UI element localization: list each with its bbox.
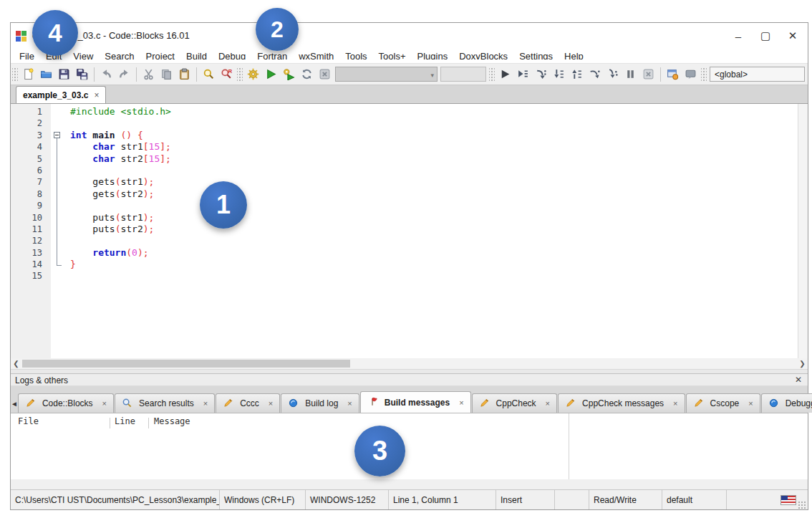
rebuild-button[interactable]	[298, 65, 316, 83]
editor-tab[interactable]: example_3_03.c ×	[16, 86, 106, 103]
fold-margin	[51, 104, 65, 358]
bubble-icon	[288, 398, 300, 410]
scroll-right-icon[interactable]: ❯	[797, 358, 808, 369]
vertical-scrollbar[interactable]	[798, 104, 808, 358]
paste-button[interactable]	[175, 65, 193, 83]
scrollbar-thumb[interactable]	[22, 360, 350, 368]
debugging-windows-button[interactable]	[664, 65, 682, 83]
step-into-instruction-button[interactable]	[604, 65, 622, 83]
tab-close-icon[interactable]: ×	[347, 399, 352, 408]
fold-marker[interactable]	[51, 130, 65, 141]
menu-item-tools[interactable]: Tools	[339, 49, 372, 59]
menu-item-help[interactable]: Help	[559, 49, 589, 59]
logs-tab-label: Search results	[139, 398, 194, 408]
tab-close-icon[interactable]: ×	[102, 399, 107, 408]
undo-button[interactable]	[97, 65, 115, 83]
build-run-icon	[283, 68, 295, 80]
open-file-button[interactable]	[37, 65, 55, 83]
menu-item-fortran[interactable]: Fortran	[251, 49, 293, 59]
menu-item-project[interactable]: Project	[140, 49, 180, 59]
new-file-icon	[22, 68, 34, 80]
logs-tab-build-messages[interactable]: Build messages×	[360, 391, 471, 413]
code-editor[interactable]: 123456789101112131415 #include <stdio.h>…	[11, 104, 808, 358]
save-all-button[interactable]	[73, 65, 91, 83]
next-line-icon	[535, 68, 547, 80]
logs-tab-cppcheck-messages[interactable]: CppCheck messages×	[558, 393, 685, 413]
code-line: char str2[15];	[65, 153, 798, 165]
menu-item-wxsmith[interactable]: wxSmith	[293, 49, 339, 59]
build-target-select[interactable]: ▾	[335, 67, 438, 82]
logs-tab-cscope[interactable]: Cscope×	[686, 393, 760, 413]
scroll-left-icon[interactable]: ❮	[11, 358, 21, 369]
menu-item-build[interactable]: Build	[180, 49, 213, 59]
menu-item-view[interactable]: View	[67, 49, 99, 59]
break-debugger-button[interactable]	[622, 65, 639, 83]
copy-button[interactable]	[158, 65, 175, 83]
next-instruction-button[interactable]	[586, 65, 604, 83]
line-number: 6	[11, 165, 51, 176]
tab-close-icon[interactable]: ×	[94, 90, 99, 100]
tab-close-icon[interactable]: ×	[673, 399, 677, 408]
code-area[interactable]: #include <stdio.h>int main () { char str…	[65, 104, 798, 358]
logs-close-icon[interactable]: ✕	[795, 375, 802, 385]
logs-tab-build-log[interactable]: Build log×	[281, 393, 359, 413]
line-number: 9	[11, 200, 51, 211]
step-into-button[interactable]	[550, 65, 568, 83]
step-out-button[interactable]	[568, 65, 586, 83]
build-button[interactable]	[244, 65, 262, 83]
tab-close-icon[interactable]: ×	[203, 399, 208, 408]
run-button[interactable]	[262, 65, 280, 83]
line-number: 1	[11, 106, 51, 118]
stop-debugger-button[interactable]	[639, 65, 657, 83]
close-button[interactable]: ✕	[779, 23, 806, 49]
menu-item-settings[interactable]: Settings	[513, 49, 559, 59]
line-number: 4	[11, 141, 51, 153]
menu-item-search[interactable]: Search	[99, 49, 140, 59]
logs-tab-debugger[interactable]: Debugger	[761, 393, 812, 413]
new-file-button[interactable]	[19, 65, 37, 83]
menu-item-file[interactable]: File	[14, 49, 40, 59]
line-number: 14	[11, 259, 51, 270]
tab-close-icon[interactable]: ×	[546, 399, 550, 408]
tab-close-icon[interactable]: ×	[269, 399, 273, 408]
debug-continue-button[interactable]	[496, 65, 514, 83]
abort-button[interactable]	[316, 65, 334, 83]
menu-item-debug[interactable]: Debug	[213, 49, 251, 59]
scope-select[interactable]: <global>	[710, 67, 805, 82]
maximize-button[interactable]: ▢	[752, 23, 779, 49]
resize-grip-icon[interactable]	[798, 501, 806, 509]
save-button[interactable]	[55, 65, 73, 83]
save-all-icon	[76, 68, 88, 80]
build-icon	[247, 68, 259, 80]
fold-collapse-icon[interactable]	[54, 132, 60, 138]
redo-button[interactable]	[115, 65, 133, 83]
build-and-run-button[interactable]	[280, 65, 298, 83]
code-line: gets(str2);	[65, 188, 798, 200]
various-info-button[interactable]	[682, 65, 700, 83]
next-line-button[interactable]	[532, 65, 550, 83]
logs-tab-cccc[interactable]: Cccc×	[216, 393, 280, 413]
code-line: return(0);	[65, 247, 798, 259]
menu-item-plugins[interactable]: Plugins	[412, 49, 454, 59]
menu-item-doxyblocks[interactable]: DoxyBlocks	[453, 49, 513, 59]
find-button[interactable]	[200, 65, 218, 83]
column-header-message: Message	[154, 416, 190, 426]
logs-tab-code-blocks[interactable]: Code::Blocks×	[18, 393, 114, 413]
code-line: char str1[15];	[65, 141, 798, 153]
logs-tab-search-results[interactable]: Search results×	[115, 393, 215, 413]
tab-scroll-left-icon[interactable]: ◄	[11, 394, 18, 413]
tab-close-icon[interactable]: ×	[748, 399, 753, 408]
replace-button[interactable]: R	[218, 65, 236, 83]
minimize-button[interactable]: –	[725, 23, 752, 49]
logs-panel-title: Logs & others	[15, 375, 68, 385]
tab-close-icon[interactable]: ×	[459, 398, 463, 407]
logs-panel-header: Logs & others ✕	[11, 373, 808, 386]
cut-button[interactable]	[140, 65, 158, 83]
horizontal-scrollbar[interactable]: ❮ ❯	[11, 358, 808, 370]
flag-icon	[367, 396, 380, 408]
run-to-cursor-button[interactable]	[514, 65, 532, 83]
screenshot: example_3_03.c - Code::Blocks 16.01 – ▢ …	[0, 0, 812, 513]
menu-item-tools-[interactable]: Tools+	[373, 49, 412, 59]
debugging-windows-icon	[667, 68, 679, 80]
logs-tab-cppcheck[interactable]: CppCheck×	[472, 393, 557, 413]
